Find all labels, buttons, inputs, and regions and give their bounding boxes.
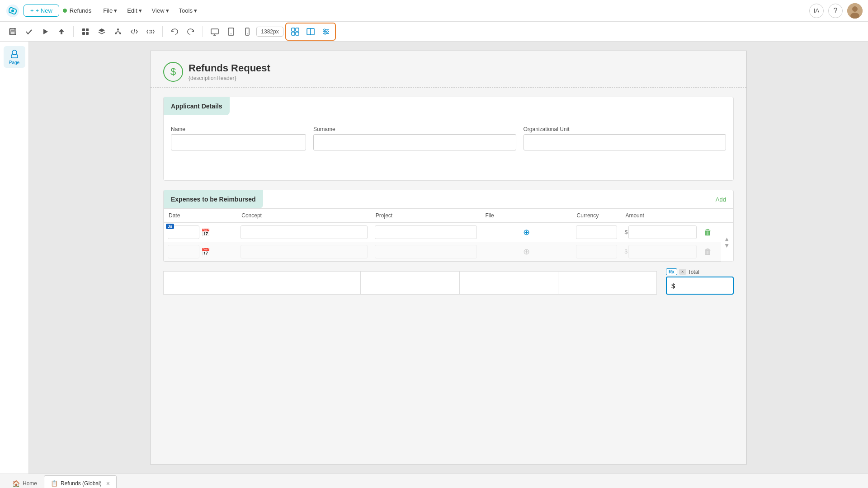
svg-point-13 — [117, 28, 119, 30]
surname-field-group: Surname — [313, 126, 516, 150]
chevron-down-icon: ▾ — [114, 7, 117, 14]
check-button[interactable] — [22, 24, 36, 39]
canvas-area[interactable]: $ Refunds Request {descriptionHeader} Ap… — [29, 42, 868, 474]
nav-tools[interactable]: Tools ▾ — [175, 5, 202, 16]
scroll-up-button[interactable]: ▲ — [724, 236, 730, 242]
nav-view[interactable]: View ▾ — [147, 5, 174, 16]
add-expense-button[interactable]: Add — [716, 196, 726, 203]
summary-cell-5 — [558, 271, 657, 295]
date-input-2[interactable] — [168, 245, 199, 258]
amount-input-2[interactable] — [628, 245, 697, 258]
col-project: Project — [371, 209, 481, 223]
delete-row-2-button[interactable]: 🗑 — [704, 247, 712, 256]
project-cell-1 — [371, 223, 481, 242]
concept-cell-1 — [237, 223, 371, 242]
svg-rect-6 — [11, 28, 14, 31]
split-view-button[interactable] — [303, 24, 318, 39]
tab-page-icon: 📋 — [51, 480, 58, 487]
avatar[interactable] — [847, 3, 863, 19]
concept-input-2[interactable] — [241, 245, 368, 258]
tab-refunds-global[interactable]: 📋 Refunds (Global) × — [44, 475, 117, 488]
help-button[interactable]: ? — [828, 4, 843, 18]
svg-rect-9 — [82, 28, 85, 31]
currency-input-1[interactable] — [576, 225, 618, 239]
svg-point-38 — [324, 33, 326, 34]
currency-input-2[interactable] — [576, 245, 618, 258]
svg-rect-12 — [86, 32, 89, 35]
tab-home[interactable]: 🏠 Home — [5, 475, 44, 488]
document-name: Refunds — [70, 7, 91, 14]
svg-rect-28 — [296, 28, 299, 31]
nav-file[interactable]: File ▾ — [99, 5, 122, 16]
desktop-view-button[interactable] — [208, 24, 222, 39]
left-sidebar: Page — [0, 42, 29, 474]
nav-edit[interactable]: Edit ▾ — [123, 5, 146, 16]
bottom-tabs: 🏠 Home 📋 Refunds (Global) × — [0, 474, 868, 488]
summary-cell-1 — [163, 271, 262, 295]
px-display: 1382px — [256, 27, 283, 37]
toolbar-divider-3 — [203, 26, 203, 37]
upload-icon-2: ⊕ — [523, 247, 530, 256]
svg-point-36 — [324, 29, 326, 31]
concept-input-1[interactable] — [241, 225, 368, 239]
svg-rect-7 — [10, 32, 15, 34]
html-button[interactable] — [143, 24, 158, 39]
col-date: Date — [164, 209, 237, 223]
concept-cell-2 — [237, 242, 371, 262]
tab-close-button[interactable]: × — [106, 480, 110, 487]
new-button[interactable]: + + New — [24, 5, 59, 17]
page-canvas: $ Refunds Request {descriptionHeader} Ap… — [150, 51, 747, 465]
refunds-label: Refunds — [63, 7, 91, 14]
close-badge[interactable]: × — [679, 269, 686, 275]
delete-cell-2: 🗑 — [700, 242, 721, 262]
sidebar-item-page[interactable]: Page — [4, 46, 25, 68]
form-title: Refunds Request — [189, 62, 270, 74]
surname-input[interactable] — [313, 134, 516, 150]
svg-point-37 — [326, 31, 328, 33]
project-input-2[interactable] — [375, 245, 477, 258]
play-button[interactable] — [38, 24, 52, 39]
app-logo[interactable] — [5, 4, 20, 18]
calendar-icon-1[interactable]: 📅 — [201, 228, 210, 237]
status-dot — [63, 9, 67, 13]
chevron-down-icon: ▾ — [139, 7, 142, 14]
svg-rect-40 — [11, 55, 18, 58]
total-input[interactable] — [671, 282, 728, 290]
table-row: 📅 — [164, 242, 733, 262]
applicant-section-body: Name Surname Organizational Unit — [164, 115, 733, 180]
amount-input-1[interactable] — [628, 225, 697, 239]
grid-view-button[interactable] — [288, 24, 302, 39]
undo-button[interactable] — [167, 24, 182, 39]
form-title-block: Refunds Request {descriptionHeader} — [189, 62, 270, 81]
mobile-view-button[interactable] — [240, 24, 255, 39]
tablet-view-button[interactable] — [224, 24, 238, 39]
home-icon: 🏠 — [12, 480, 20, 487]
scroll-col: ▲ ▼ — [721, 223, 733, 262]
upload-icon-1[interactable]: ⊕ — [523, 228, 530, 237]
tree-button[interactable] — [111, 24, 125, 39]
scroll-down-button[interactable]: ▼ — [724, 242, 730, 249]
name-field-group: Name — [171, 126, 306, 150]
name-input[interactable] — [171, 134, 306, 150]
components-button[interactable] — [78, 24, 93, 39]
applicant-section-header: Applicant Details — [164, 97, 230, 115]
redo-button[interactable] — [184, 24, 198, 39]
chevron-down-icon: ▾ — [194, 7, 197, 14]
svg-line-17 — [116, 32, 118, 33]
code-button[interactable] — [127, 24, 142, 39]
svg-rect-29 — [292, 32, 295, 35]
publish-button[interactable] — [54, 24, 69, 39]
svg-rect-27 — [292, 28, 295, 31]
org-unit-input[interactable] — [524, 134, 726, 150]
question-icon: ? — [834, 7, 838, 15]
layers-button[interactable] — [94, 24, 109, 39]
rx-badge: Rx — [666, 268, 677, 275]
save-button[interactable] — [5, 24, 20, 39]
chevron-down-icon: ▾ — [166, 7, 169, 14]
project-input-1[interactable] — [375, 225, 477, 239]
toolbar-divider-2 — [162, 26, 163, 37]
user-initials-button[interactable]: IA — [809, 4, 824, 18]
settings-view-button[interactable] — [319, 24, 333, 39]
total-label: Total — [688, 269, 699, 275]
delete-row-1-button[interactable]: 🗑 — [704, 228, 712, 237]
